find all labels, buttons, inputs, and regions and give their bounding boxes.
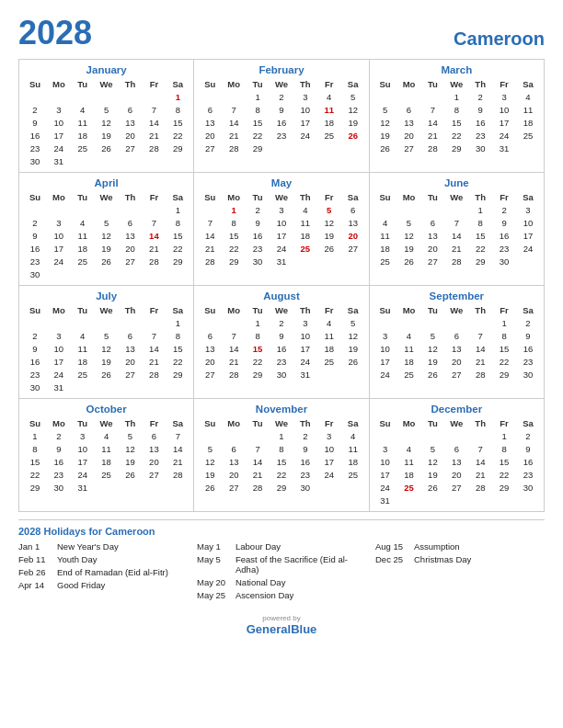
calendar-day: 11 [95,442,119,455]
calendar-day: 22 [492,355,516,368]
calendar-day: 12 [95,342,119,355]
day-header: Mo [397,417,421,429]
calendar-day: 14 [468,342,492,355]
calendar-day: 6 [444,329,468,342]
calendar-day: 15 [166,342,190,355]
calendar-day: 23 [270,355,293,368]
calendar-day: 14 [166,442,190,455]
day-header: Su [373,417,397,429]
day-header: We [444,78,468,90]
calendar-day [47,90,71,103]
day-header: Fr [492,304,516,316]
calendar-day [444,494,468,506]
header: 2028 Cameroon [18,17,545,50]
calendar-table: SuMoTuWeThFrSa12345678910111213141516171… [373,417,540,506]
month-name: November [198,404,364,415]
calendar-day: 6 [222,442,246,455]
calendar-day: 16 [246,229,270,242]
calendar-table: SuMoTuWeThFrSa12345678910111213141516171… [23,78,190,167]
day-header: Th [119,191,143,203]
day-header: Sa [341,78,365,90]
calendar-day: 11 [317,103,341,116]
calendar-day: 23 [293,468,317,481]
calendar-day: 12 [95,116,119,129]
calendar-day: 16 [23,242,47,255]
calendar-day [166,267,190,280]
calendar-day: 10 [47,342,71,355]
calendar-day: 1 [166,316,190,329]
day-header: Th [119,417,143,429]
calendar-day: 18 [341,455,365,468]
calendar-day: 25 [317,355,341,368]
day-header: Su [23,304,47,316]
calendar-day: 25 [397,481,421,494]
calendar-day: 3 [47,329,71,342]
calendar-day: 15 [23,455,47,468]
calendar-day: 21 [142,129,166,142]
day-header: Mo [47,417,71,429]
day-header: Tu [246,417,270,429]
calendar-day: 31 [293,368,317,381]
calendar-day: 20 [198,129,222,142]
calendar-day: 27 [397,142,421,154]
calendar-day: 14 [444,229,468,242]
day-header: Sa [166,78,190,90]
calendar-day [420,90,444,103]
day-header: Tu [71,78,95,90]
calendar-day [516,142,540,154]
month-block-june: JuneSuMoTuWeThFrSa1234567891011121314151… [370,173,545,286]
calendar-day: 24 [47,142,71,154]
calendar-day: 11 [317,329,341,342]
calendar-day: 27 [142,468,166,481]
calendar-day: 12 [420,342,444,355]
calendar-day: 2 [492,203,516,216]
calendar-day: 24 [47,368,71,381]
calendar-day: 20 [341,229,365,242]
calendar-day: 14 [468,455,492,468]
calendar-day: 19 [420,468,444,481]
calendar-day: 9 [23,116,47,129]
day-header: We [270,78,293,90]
day-header: Tu [246,191,270,203]
calendar-day [222,429,246,442]
day-header: Su [23,417,47,429]
calendar-day: 30 [270,368,293,381]
day-header: Su [198,191,222,203]
calendar-day [341,142,365,154]
calendar-day: 6 [198,103,222,116]
day-header: Tu [246,304,270,316]
calendar-day: 29 [166,142,190,154]
calendar-day: 5 [95,216,119,229]
day-header: Mo [222,417,246,429]
holiday-column-2: Aug 15AssumptionDec 25Christmas Day [375,541,545,603]
calendar-day: 29 [166,368,190,381]
calendar-day: 21 [468,355,492,368]
calendar-day: 9 [293,442,317,455]
day-header: Sa [516,78,540,90]
day-header: Tu [420,304,444,316]
calendar-day: 10 [71,442,95,455]
calendar-day: 17 [270,229,293,242]
calendar-day: 25 [95,468,119,481]
calendar-table: SuMoTuWeThFrSa12345678910111213141516171… [23,191,190,280]
calendar-table: SuMoTuWeThFrSa12345678910111213141516171… [23,417,190,494]
calendar-day: 28 [198,255,222,267]
holiday-date: Feb 11 [18,554,52,564]
calendar-day [397,429,421,442]
holiday-item: Jan 1New Year's Day [18,541,188,552]
calendar-day: 31 [47,381,71,393]
calendar-day: 15 [166,229,190,242]
calendar-day: 26 [420,481,444,494]
calendar-day: 15 [492,342,516,355]
calendar-day: 13 [119,229,143,242]
calendar-day: 18 [317,342,341,355]
calendar-day [142,481,166,494]
calendar-day: 2 [270,90,293,103]
calendar-day: 7 [222,329,246,342]
calendar-day: 29 [222,255,246,267]
calendar-day: 8 [492,442,516,455]
calendar-day: 21 [420,129,444,142]
calendar-day: 22 [444,129,468,142]
day-header: Tu [420,78,444,90]
calendar-day: 8 [270,442,293,455]
